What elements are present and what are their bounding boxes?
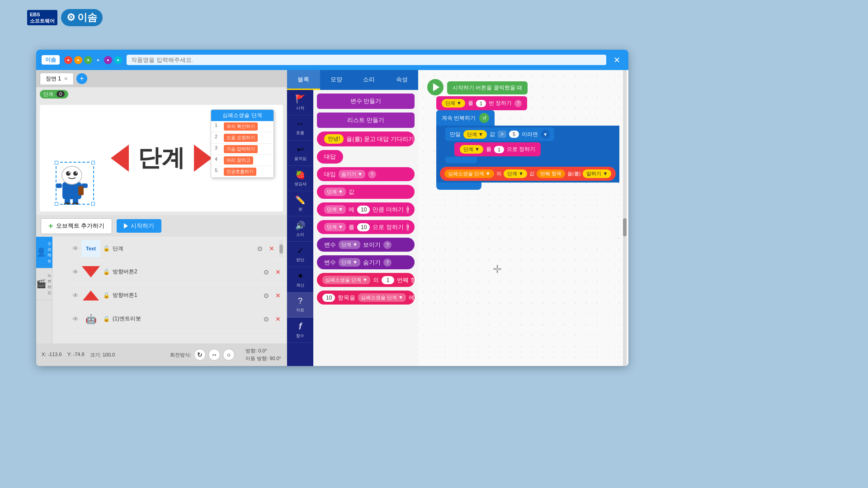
sidebar-scenes-tab[interactable]: 🎬 노브러드 <box>36 268 52 300</box>
step-text: 단계 <box>138 142 185 174</box>
hide-var-help[interactable]: ? <box>383 258 392 267</box>
cat-judgment[interactable]: ✓ 판단 <box>287 242 313 267</box>
list-add-number[interactable]: 10 <box>322 294 335 302</box>
dropdown-item-btn-5[interactable]: 인공호흡하기 <box>224 168 256 176</box>
scene-tab-add[interactable]: + <box>76 73 87 84</box>
var-dropdown[interactable]: 단계 ▼ <box>324 188 346 196</box>
block-set-var[interactable]: 단계 ▼ 를 10 으로 정하기 ? <box>317 220 415 234</box>
block-hide-var[interactable]: 변수 단계 ▼ 숨기기 ? <box>317 255 415 269</box>
selection-handle-bl[interactable] <box>55 202 58 206</box>
nav-dot-3[interactable]: ● <box>84 56 92 64</box>
tab-blocks[interactable]: 블록 <box>287 70 320 90</box>
obj-visibility-btn1[interactable]: 👁 <box>72 292 79 299</box>
set-number[interactable]: 10 <box>357 223 370 231</box>
make-list-button[interactable]: 리스트 만들기 <box>317 113 415 128</box>
start-button[interactable]: 시작하기 <box>117 219 161 233</box>
cat-sound[interactable]: 🔊 소리 <box>287 216 313 242</box>
dropdown-item-btn-4[interactable]: 머리 젖히고 <box>224 156 253 164</box>
obj-name-btn2: 방향버튼2 <box>113 268 259 276</box>
block-show-var[interactable]: 변수 단계 ▼ 보이기 ? <box>317 238 415 252</box>
dropdown-item-btn-3[interactable]: 가슴 압박하기 <box>224 145 258 153</box>
obj-duplicate-entrybot[interactable]: ⊙ <box>261 314 271 324</box>
tab-properties[interactable]: 속성 <box>386 70 419 90</box>
set-var-help: ? <box>514 100 522 107</box>
block-answer[interactable]: 대답 <box>317 150 343 164</box>
cat-brush[interactable]: ✏️ 붓 <box>287 191 313 216</box>
tab-shapes[interactable]: 모양 <box>320 70 353 90</box>
title-close-button[interactable]: ✕ <box>611 55 623 65</box>
block-var-value[interactable]: 단계 ▼ 값 <box>317 185 415 199</box>
block-ask[interactable]: 안녕! 을(를) 묻고 대답 기다리기 <box>317 131 415 146</box>
say-block[interactable]: 심폐소생술 단계 ▼ 의 단계 ▼ 값 번째 항목 을(를) 말하기 ▼ <box>440 167 616 181</box>
scene-tab-1[interactable]: 장면 1 ✕ <box>40 73 74 84</box>
hide-help[interactable]: ? <box>368 170 376 178</box>
selection-handle-br[interactable] <box>91 202 95 206</box>
block-add-to-list[interactable]: 10 항목을 심폐소생술 단계 ▼ 에 <box>317 291 415 305</box>
step-next-button[interactable] <box>194 145 212 172</box>
selection-handle-tr[interactable] <box>91 161 95 164</box>
if-block[interactable]: 만일 단계 ▼ 값 > 5 이라면 ▼ <box>445 127 616 141</box>
obj-visibility-entrybot[interactable]: 👁 <box>72 315 79 323</box>
nav-dot-6[interactable]: ● <box>114 56 122 64</box>
obj-delete-btn1[interactable]: ✕ <box>273 291 283 300</box>
app-window: 이솜 ● ● ● ● ● ● ✕ 장면 1 ✕ + <box>36 50 628 366</box>
cat-data[interactable]: ? 자료 <box>287 292 313 318</box>
make-variable-button[interactable]: 변수 만들기 <box>317 94 415 109</box>
hide-dropdown[interactable]: 숨기기 ▼ <box>339 170 365 178</box>
nav-dot-2[interactable]: ● <box>74 56 82 64</box>
add-object-button[interactable]: + 오브젝트 추가하기 <box>41 218 112 234</box>
block-list-item[interactable]: 심폐소생술 단계 ▼ 의 1 번째 항목 <box>317 273 415 287</box>
hide-var-dropdown[interactable]: 단계 ▼ <box>339 258 360 267</box>
trigger-block[interactable]: 시작하기 버튼을 클릭했을 때 <box>427 79 619 95</box>
scroll-bar[interactable] <box>279 240 283 257</box>
cat-flow[interactable]: ↔ 흐름 <box>287 115 313 141</box>
sidebar-sprites-tab[interactable]: 👤 오브젝트 <box>36 237 52 268</box>
set-help[interactable]: ? <box>406 223 409 231</box>
rotation-mode-2[interactable]: ↔ <box>208 349 220 361</box>
tab-sounds[interactable]: 소리 <box>353 70 386 90</box>
canvas-scrollbar[interactable] <box>623 70 627 366</box>
project-title-input[interactable] <box>127 55 606 65</box>
set-var-cb: 단계 ▼ 를 1 번 정하기 ? <box>436 96 527 110</box>
obj-duplicate-text[interactable]: ⊙ <box>255 244 265 253</box>
rotation-mode-1[interactable]: ↻ <box>194 349 206 361</box>
cat-calculate[interactable]: ✦ 계산 <box>287 267 313 292</box>
then-block[interactable]: 단계 ▼ 를 1 으로 정하기 <box>454 142 616 155</box>
nav-dot-4[interactable]: ● <box>94 56 102 64</box>
block-add-to-var[interactable]: 단계 ▼ 에 10 만큼 더하기 ? <box>317 202 415 216</box>
list-target-dropdown[interactable]: 심폐소생술 단계 ▼ <box>358 293 406 302</box>
dropdown-item-btn-1[interactable]: 외식 확인하기 <box>224 122 258 131</box>
obj-delete-btn2[interactable]: ✕ <box>273 267 283 277</box>
list-name-dropdown[interactable]: 심폐소생술 단계 ▼ <box>322 276 370 284</box>
show-var-dropdown[interactable]: 단계 ▼ <box>339 240 360 249</box>
step-prev-button[interactable] <box>111 145 129 172</box>
add-var-dropdown[interactable]: 단계 ▼ <box>324 205 346 214</box>
nav-dot-5[interactable]: ● <box>104 56 112 64</box>
obj-visibility-text[interactable]: 👁 <box>72 245 79 252</box>
dropdown-item-btn-2[interactable]: 도움 요청하기 <box>224 134 258 142</box>
scene-tab-close[interactable]: ✕ <box>64 76 68 82</box>
obj-delete-entrybot[interactable]: ✕ <box>273 314 283 324</box>
rotation-mode-3[interactable]: ○ <box>223 349 235 361</box>
obj-delete-text[interactable]: ✕ <box>267 244 277 253</box>
set-var-dropdown[interactable]: 단계 ▼ <box>324 223 346 231</box>
cat-start[interactable]: 🚩 시작 <box>287 90 313 115</box>
canvas-scroll-thumb[interactable] <box>623 218 627 236</box>
obj-duplicate-btn1[interactable]: ⊙ <box>261 291 271 300</box>
cat-movement[interactable]: ↩ 움직임 <box>287 141 313 166</box>
cat-looks[interactable]: 🍓 생김새 <box>287 166 313 191</box>
show-help[interactable]: ? <box>383 241 392 249</box>
obj-visibility-btn2[interactable]: 👁 <box>72 268 79 276</box>
loop-block[interactable]: 계속 반복하기 ↺ 만일 단계 ▼ <box>436 110 619 190</box>
list-index[interactable]: 1 <box>382 276 394 284</box>
add-number[interactable]: 10 <box>357 206 370 214</box>
obj-duplicate-btn2[interactable]: ⊙ <box>261 267 271 277</box>
set-var-block[interactable]: 단계 ▼ 를 1 번 정하기 ? <box>436 96 619 109</box>
cat-function[interactable]: f 함수 <box>287 318 313 343</box>
main-content: 장면 1 ✕ + 단계 0 단계 <box>36 70 628 366</box>
add-help[interactable]: ? <box>406 206 409 214</box>
selection-handle-tl[interactable] <box>55 161 58 164</box>
block-hide-input[interactable]: 대입 숨기기 ▼ ? <box>317 167 415 181</box>
app-logo-small: 이솜 <box>42 55 60 65</box>
nav-dot-1[interactable]: ● <box>64 56 72 64</box>
